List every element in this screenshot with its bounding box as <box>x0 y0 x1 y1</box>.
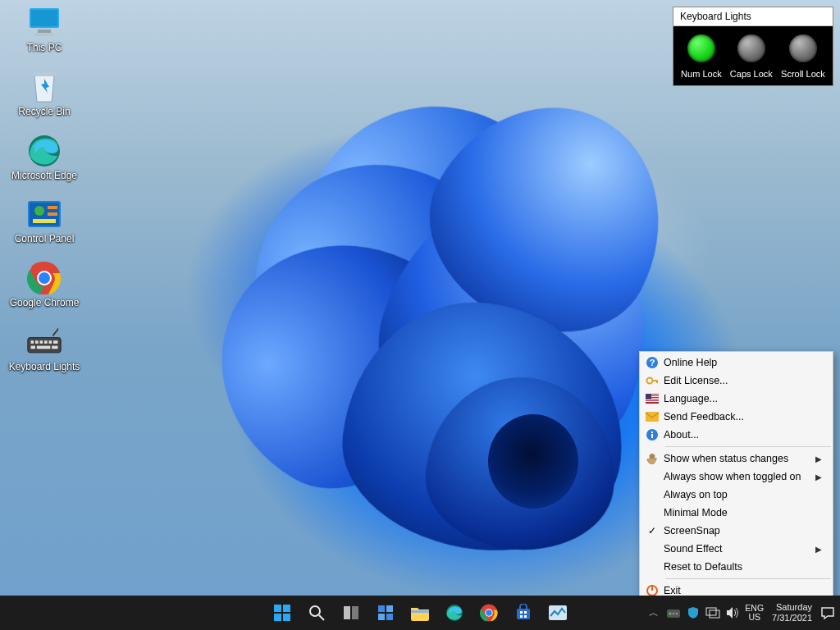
svg-rect-60 <box>517 609 530 619</box>
menu-label: Minimal Mode <box>664 507 815 518</box>
svg-rect-34 <box>646 399 659 400</box>
svg-rect-19 <box>44 340 48 344</box>
control-panel-icon <box>26 196 62 232</box>
svg-rect-1 <box>31 10 57 26</box>
menu-label: Reset to Defaults <box>664 561 815 573</box>
hand-icon <box>641 452 664 465</box>
svg-point-69 <box>676 613 678 615</box>
menu-label: Always show when toggled on <box>664 471 815 482</box>
menu-label: Online Help <box>664 357 815 368</box>
search-button[interactable] <box>301 597 332 628</box>
menu-online-help[interactable]: ? Online Help <box>641 354 832 372</box>
tray-network-icon[interactable] <box>705 605 720 620</box>
tray-chevron-up-icon[interactable]: ︿ <box>646 605 661 620</box>
help-icon: ? <box>641 356 664 369</box>
svg-rect-52 <box>386 605 393 612</box>
desktop-icon-recycle-bin[interactable]: Recycle Bin <box>7 69 82 118</box>
store-button[interactable] <box>508 597 539 628</box>
widgets-button[interactable] <box>370 597 401 628</box>
svg-rect-11 <box>33 219 56 223</box>
svg-rect-39 <box>651 434 653 438</box>
menu-send-feedback[interactable]: Send Feedback... <box>641 408 832 426</box>
desktop-icon-edge[interactable]: Microsoft Edge <box>7 133 82 182</box>
tray-language[interactable]: ENG US <box>745 604 764 622</box>
svg-line-48 <box>319 615 324 620</box>
menu-label: Sound Effect <box>664 543 815 555</box>
lang-bottom: US <box>745 613 764 622</box>
monitor-icon <box>26 5 62 41</box>
svg-rect-53 <box>378 614 385 620</box>
desktop-icon-label: This PC <box>27 43 62 54</box>
svg-rect-50 <box>352 606 358 619</box>
svg-rect-49 <box>344 606 350 619</box>
caps-lock-label: Caps Lock <box>730 69 773 79</box>
caps-lock-led-icon <box>737 34 765 62</box>
tray-volume-icon[interactable] <box>725 605 740 620</box>
tray-clock[interactable]: Saturday 7/31/2021 <box>769 602 815 623</box>
recycle-bin-icon <box>26 69 62 105</box>
svg-point-27 <box>647 378 653 384</box>
tray-notifications-icon[interactable] <box>820 605 835 620</box>
num-lock-indicator: Num Lock <box>681 34 722 79</box>
tray-context-menu: ? Online Help Edit License... Language..… <box>639 351 833 602</box>
svg-point-59 <box>486 609 491 615</box>
taskbar: ︿ ENG US Saturday 7/31/2021 <box>0 596 840 630</box>
menu-label: Always on top <box>664 489 815 500</box>
menu-minimal-mode[interactable]: Minimal Mode <box>641 504 832 522</box>
menu-label: Edit License... <box>664 375 815 386</box>
desktop-icon-control-panel[interactable]: Control Panel <box>7 196 82 245</box>
svg-point-47 <box>310 606 320 616</box>
svg-rect-23 <box>37 346 51 349</box>
menu-edit-license[interactable]: Edit License... <box>641 372 832 390</box>
menu-show-when-status-changes[interactable]: Show when status changes▶ <box>641 450 832 468</box>
edge-taskbar-button[interactable] <box>439 597 470 628</box>
tray-security-icon[interactable] <box>686 605 701 620</box>
menu-separator <box>665 446 831 447</box>
file-explorer-button[interactable] <box>404 597 436 628</box>
svg-rect-20 <box>49 340 52 344</box>
check-icon <box>641 525 664 536</box>
mail-icon <box>641 412 664 422</box>
scroll-lock-led-icon <box>789 34 817 62</box>
task-view-button[interactable] <box>336 597 367 628</box>
desktop-icon-this-pc[interactable]: This PC <box>7 5 82 54</box>
svg-rect-62 <box>524 611 527 614</box>
desktop-icon-label: Control Panel <box>15 234 75 245</box>
info-icon <box>641 428 664 441</box>
svg-rect-63 <box>520 615 523 618</box>
app-button[interactable] <box>542 597 573 628</box>
svg-rect-16 <box>31 340 34 344</box>
svg-rect-70 <box>706 608 716 615</box>
svg-point-67 <box>669 613 672 615</box>
svg-rect-3 <box>34 33 54 36</box>
num-lock-label: Num Lock <box>681 69 722 79</box>
svg-rect-54 <box>386 614 393 620</box>
desktop-icon-chrome[interactable]: Google Chrome <box>7 260 82 309</box>
menu-about[interactable]: About... <box>641 426 832 444</box>
menu-always-on-top[interactable]: Always on top <box>641 486 832 504</box>
start-button[interactable] <box>267 597 298 628</box>
svg-rect-35 <box>646 401 659 402</box>
submenu-arrow-icon: ▶ <box>815 545 825 554</box>
menu-label: ScreenSnap <box>664 525 815 536</box>
desktop-icon-label: Microsoft Edge <box>11 171 77 182</box>
desktop-icon-label: Google Chrome <box>10 298 80 309</box>
menu-always-show-when-toggled-on[interactable]: Always show when toggled on▶ <box>641 468 832 486</box>
svg-rect-55 <box>411 610 429 613</box>
scroll-lock-label: Scroll Lock <box>781 69 825 79</box>
desktop-icon-label: Keyboard Lights <box>9 362 80 373</box>
svg-rect-17 <box>35 340 39 344</box>
svg-point-8 <box>34 206 44 216</box>
menu-sound-effect[interactable]: Sound Effect▶ <box>641 540 832 558</box>
tray-keyboard-lights-icon[interactable] <box>666 605 681 620</box>
svg-rect-2 <box>38 30 51 33</box>
svg-rect-61 <box>520 611 523 614</box>
svg-rect-64 <box>524 615 527 618</box>
menu-language[interactable]: Language... <box>641 390 832 408</box>
menu-screensnap[interactable]: ScreenSnap <box>641 522 832 540</box>
svg-rect-29 <box>656 380 658 383</box>
keyboard-lights-widget[interactable]: Keyboard Lights Num Lock Caps Lock Scrol… <box>673 7 833 86</box>
menu-reset-to-defaults[interactable]: Reset to Defaults <box>641 558 832 576</box>
desktop-icon-keyboard-lights[interactable]: Keyboard Lights <box>7 324 82 373</box>
chrome-taskbar-button[interactable] <box>473 597 504 628</box>
